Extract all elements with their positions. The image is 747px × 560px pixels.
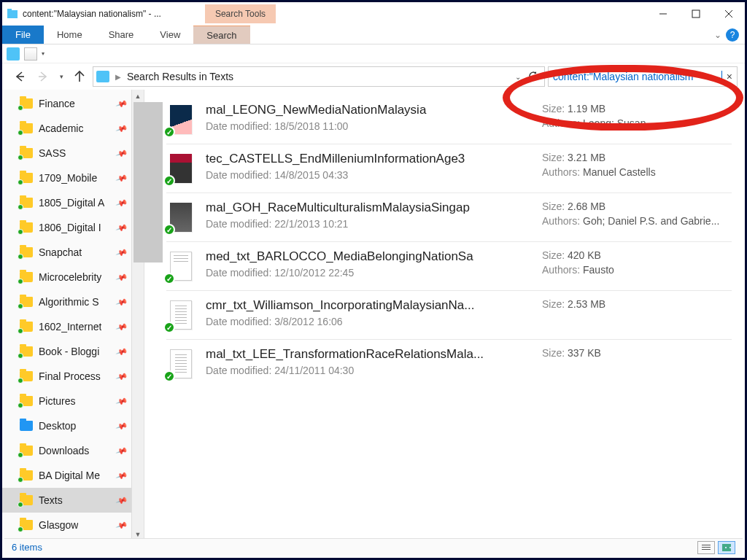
sidebar-item[interactable]: Final Process📌 [2, 364, 131, 389]
large-icons-view-button[interactable] [718, 541, 735, 554]
sidebar-item[interactable]: Book - Bloggi📌 [2, 339, 131, 364]
pin-icon[interactable]: 📌 [115, 196, 128, 209]
breadcrumb-location[interactable]: Search Results in Texts [127, 71, 233, 82]
address-dropdown-icon[interactable]: ⌄ [515, 73, 521, 81]
pin-icon[interactable]: 📌 [115, 246, 128, 259]
file-row[interactable]: ✓tec_CASTELLS_EndMilleniumInformationAge… [166, 144, 732, 193]
sidebar-item-label: Glasgow [39, 519, 78, 531]
sidebar-item[interactable]: Pictures📌 [2, 389, 131, 413]
pin-icon[interactable]: 📌 [115, 271, 128, 284]
label-authors: Authors: [542, 166, 580, 178]
file-meta: Size: 420 KBAuthors: Fausto [542, 249, 732, 279]
new-folder-icon[interactable] [7, 47, 20, 61]
sidebar-item-label: Snapchat [39, 246, 82, 258]
main-area: Finance📌Academic📌SASS📌1709_Mobile📌1805_D… [2, 90, 745, 540]
up-button[interactable] [69, 66, 90, 87]
value-size: 337 KB [568, 347, 601, 359]
sidebar-item[interactable]: 1806_Digital I📌 [2, 215, 131, 240]
sidebar-item[interactable]: 1602_Internet📌 [2, 314, 131, 339]
sidebar-item[interactable]: Finance📌 [2, 91, 131, 116]
clear-search-icon[interactable]: × [722, 71, 732, 82]
back-button[interactable] [9, 66, 30, 87]
sidebar-item[interactable]: Texts📌 [2, 488, 131, 513]
file-list: ✓mal_LEONG_NewMediaNationMalaysiaDate mo… [144, 90, 745, 540]
pin-icon[interactable]: 📌 [115, 221, 128, 234]
details-view-button[interactable] [697, 541, 715, 554]
pin-icon[interactable]: 📌 [115, 171, 128, 184]
sync-check-icon: ✓ [163, 370, 175, 382]
tab-home[interactable]: Home [44, 26, 96, 44]
sync-badge-icon [18, 105, 23, 111]
pin-icon[interactable]: 📌 [115, 394, 128, 408]
pin-icon[interactable]: 📌 [115, 147, 128, 160]
folder-tree[interactable]: Finance📌Academic📌SASS📌1709_Mobile📌1805_D… [2, 90, 131, 540]
maximize-button[interactable] [679, 3, 712, 25]
properties-icon[interactable] [24, 47, 37, 61]
pin-icon[interactable]: 📌 [115, 370, 128, 383]
sidebar-item[interactable]: BA Digital Me📌 [2, 463, 131, 488]
file-row[interactable]: ✓med_txt_BARLOCCO_MediaBelongingNationSa… [166, 242, 732, 291]
titlebar: content:"Malaysian nationalism" - ... Se… [2, 2, 745, 26]
file-modified: Date modified: 14/8/2015 04:33 [206, 169, 532, 181]
value-size: 3.21 MB [568, 152, 605, 163]
tab-share[interactable]: Share [96, 26, 147, 44]
sidebar-item-label: Downloads [39, 445, 89, 456]
ribbon-expand-icon[interactable]: ⌄ [714, 30, 721, 40]
scroll-up-icon[interactable]: ▲ [132, 90, 144, 102]
pin-icon[interactable]: 📌 [115, 320, 128, 333]
sidebar-item[interactable]: Downloads📌 [2, 438, 131, 463]
file-meta: Size: 3.21 MBAuthors: Manuel Castells [542, 152, 732, 181]
pin-icon[interactable]: 📌 [115, 122, 128, 135]
sidebar-item[interactable]: Microcelebrity📌 [2, 265, 131, 289]
close-button[interactable] [712, 3, 745, 25]
forward-button[interactable] [33, 66, 53, 87]
label-date-modified: Date modified: [206, 365, 271, 376]
file-row[interactable]: ✓mal_txt_LEE_TransformationRaceRelations… [166, 340, 732, 388]
sidebar-item-label: Academic [39, 122, 83, 134]
sidebar-item[interactable]: Glasgow📌 [2, 513, 131, 537]
folder-icon [20, 495, 33, 505]
help-icon[interactable]: ? [726, 28, 739, 42]
file-modified: Date modified: 24/11/2011 04:30 [206, 365, 532, 376]
file-row[interactable]: ✓mal_LEONG_NewMediaNationMalaysiaDate mo… [166, 96, 732, 144]
sidebar-item[interactable]: SASS📌 [2, 141, 131, 166]
folder-icon [20, 346, 33, 357]
recent-locations-dropdown[interactable]: ▾ [56, 66, 66, 87]
label-size: Size: [542, 298, 565, 310]
search-input[interactable]: content:"Malaysian nationalism" × [548, 66, 738, 87]
file-row[interactable]: ✓mal_GOH_RaceMulticulturalismMalaysiaSin… [166, 193, 732, 242]
pin-icon[interactable]: 📌 [115, 469, 128, 482]
pin-icon[interactable]: 📌 [115, 518, 128, 532]
pin-icon[interactable]: 📌 [115, 295, 128, 308]
qat-dropdown-icon[interactable]: ▾ [42, 50, 44, 57]
pin-icon[interactable]: 📌 [115, 345, 128, 358]
file-name: med_txt_BARLOCCO_MediaBelongingNationSa [206, 249, 532, 264]
sidebar-item-label: Texts [39, 494, 63, 506]
file-row[interactable]: ✓cmr_txt_Williamson_IncorporatingMalaysi… [166, 291, 732, 340]
refresh-button[interactable] [525, 70, 541, 84]
sync-badge-icon [18, 254, 23, 260]
breadcrumb-separator-icon[interactable]: ▶ [114, 73, 123, 81]
sidebar-item[interactable]: Academic📌 [2, 116, 131, 141]
scroll-thumb[interactable] [133, 102, 163, 262]
sidebar-item[interactable]: Desktop📌 [2, 413, 131, 438]
sidebar-item[interactable]: 1805_Digital A📌 [2, 190, 131, 215]
tab-file[interactable]: File [2, 26, 44, 44]
scroll-track[interactable] [132, 102, 144, 528]
tab-view[interactable]: View [147, 26, 193, 44]
label-authors: Authors: [542, 117, 580, 129]
sidebar-item[interactable]: 1709_Mobile📌 [2, 166, 131, 190]
address-bar[interactable]: ▶ Search Results in Texts ⌄ [93, 66, 545, 87]
pin-icon[interactable]: 📌 [115, 444, 128, 457]
sidebar-scrollbar[interactable]: ▲ ▼ [131, 90, 144, 540]
folder-icon [20, 470, 33, 481]
sidebar-item[interactable]: Snapchat📌 [2, 240, 131, 265]
pin-icon[interactable]: 📌 [115, 419, 128, 432]
pin-icon[interactable]: 📌 [115, 97, 128, 110]
sidebar-item[interactable]: Algorithmic S📌 [2, 289, 131, 314]
tab-search[interactable]: Search [193, 26, 249, 44]
quick-access-toolbar: ▾ [2, 44, 745, 63]
search-tools-contextual-tab[interactable]: Search Tools [205, 4, 276, 23]
minimize-button[interactable] [646, 3, 679, 25]
pin-icon[interactable]: 📌 [115, 494, 128, 507]
